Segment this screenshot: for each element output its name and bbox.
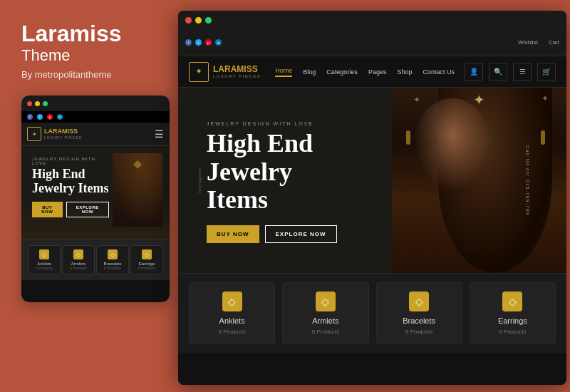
desktop-logo-area: ✦ LARAMISS LUXURY PIECES (189, 62, 261, 82)
cart-link[interactable]: Cart (549, 39, 559, 46)
mobile-cat-icon-armlets: ◇ (73, 249, 83, 259)
desktop-hero-right: ✦ ✦ ✦ Call Us on: 015-789-789 (392, 88, 566, 273)
mobile-buy-button[interactable]: BUY NOW (32, 202, 63, 217)
desktop-social-pinterest[interactable]: p (205, 39, 212, 46)
mobile-dot-red (27, 101, 32, 106)
mobile-social-twitter: t (37, 114, 43, 120)
desktop-nav-right: Wishlist Cart (518, 39, 559, 46)
desktop-cat-earrings[interactable]: ◇ Earrings 6 Products (470, 282, 556, 344)
mobile-logo-area: ✦ LARAMISS LUXURY PIECES (27, 127, 82, 141)
desktop-main-links: Home Blog Categories Pages Shop Contact … (275, 67, 465, 77)
desktop-nav-icons: 👤 🔍 ☰ 🛒 (465, 63, 556, 81)
desktop-preview: f t p in Wishlist Cart ✦ LARAMISS LUXURY… (178, 11, 566, 385)
desktop-cat-count-armlets: 6 Products (312, 329, 339, 335)
desktop-cat-name-earrings: Earrings (498, 316, 527, 325)
desktop-logo-brand: LARAMISS (213, 65, 261, 74)
mobile-logo-sub: LUXURY PIECES (44, 135, 82, 140)
desktop-logo-icon: ✦ (189, 62, 209, 82)
desktop-social-linkedin[interactable]: in (215, 39, 222, 46)
desktop-hero-buttons: BUY NOW EXPLORE NOW (207, 225, 378, 243)
desktop-cat-name-bracelets: Bracelets (403, 316, 435, 325)
desktop-social-facebook[interactable]: f (185, 39, 192, 46)
brand-by: By metropolitantheme (21, 69, 162, 80)
desktop-cat-bracelets[interactable]: ◇ Bracelets 6 Products (376, 282, 462, 344)
mobile-cat-earrings[interactable]: ◇ Earrings 6 Products (130, 245, 163, 274)
desktop-social-twitter[interactable]: t (195, 39, 202, 46)
desktop-cat-count-anklets: 6 Products (219, 329, 246, 335)
desktop-hero-left: JEWELRY DESIGN WITH LOVE High EndJewelry… (178, 88, 392, 273)
desktop-main-nav: ✦ LARAMISS LUXURY PIECES Home Blog Categ… (178, 56, 566, 88)
desktop-cat-armlets[interactable]: ◇ Armlets 6 Products (282, 282, 368, 344)
mobile-content: f t p in ✦ LARAMISS LUXURY PIECES ☰ (21, 111, 170, 302)
desktop-search-icon[interactable]: 🔍 (489, 63, 507, 81)
desktop-cat-icon-armlets: ◇ (316, 292, 336, 311)
desktop-cat-name-armlets: Armlets (312, 316, 338, 325)
desktop-buy-button[interactable]: BUY NOW (207, 225, 259, 243)
desktop-hero-small-text: JEWELRY DESIGN WITH LOVE (207, 121, 378, 126)
mobile-dot-yellow (35, 101, 40, 106)
mobile-cat-icon-earrings: ◇ (142, 249, 152, 259)
desktop-call-label: Call Us on: 015-789-789 (525, 145, 530, 216)
desktop-cat-icon-anklets: ◇ (222, 292, 242, 311)
desktop-top-bar (178, 11, 566, 29)
hero-image: ✦ ✦ ✦ Call Us on: 015-789-789 (392, 88, 566, 273)
desktop-cat-count-bracelets: 6 Products (405, 329, 432, 335)
mobile-hero-title: High EndJewelry Items (32, 167, 109, 196)
mobile-social-bar: f t p in (21, 111, 170, 123)
mobile-category-row: ◇ Anklets 6 Products ◇ Armlets 6 Product… (21, 239, 170, 280)
desktop-dot-green (205, 17, 212, 24)
desktop-cat-count-earrings: 6 Products (499, 329, 526, 335)
nav-blog[interactable]: Blog (303, 68, 316, 76)
mobile-logo-text: LARAMISS (44, 128, 82, 135)
desktop-cat-icon-bracelets: ◇ (409, 292, 429, 311)
brand-title: Laramiss (21, 21, 162, 46)
mobile-logo-text-area: LARAMISS LUXURY PIECES (44, 128, 82, 140)
mobile-cat-count-armlets: 6 Products (65, 266, 92, 270)
mobile-dot-green (43, 101, 48, 106)
nav-shop[interactable]: Shop (397, 68, 412, 76)
desktop-cat-name-anklets: Anklets (219, 316, 245, 325)
desktop-dot-red (185, 17, 192, 24)
desktop-logo-sub: LUXURY PIECES (213, 74, 261, 78)
mobile-top-bar (21, 96, 170, 111)
left-panel: Laramiss Theme By metropolitantheme f t … (0, 0, 177, 392)
mobile-cat-count-earrings: 6 Products (133, 266, 160, 270)
brand-subtitle: Theme (21, 46, 162, 65)
desktop-content: f t p in Wishlist Cart ✦ LARAMISS LUXURY… (178, 29, 566, 385)
nav-categories[interactable]: Categories (326, 68, 358, 76)
mobile-explore-button[interactable]: EXPLORE NOW (66, 202, 109, 217)
mobile-hero: JEWELRY DESIGN WITH LOVE High EndJewelry… (21, 146, 170, 239)
mobile-social-linkedin: in (57, 114, 63, 120)
desktop-cart-icon[interactable]: 🛒 (537, 63, 556, 81)
desktop-dot-yellow (195, 17, 202, 24)
desktop-menu-icon[interactable]: ☰ (513, 63, 532, 81)
desktop-explore-button[interactable]: EXPLORE NOW (265, 225, 337, 243)
mobile-social-pinterest: p (47, 114, 53, 120)
desktop-account-icon[interactable]: 👤 (465, 63, 483, 81)
mobile-cat-count-anklets: 6 Products (31, 266, 58, 270)
desktop-cat-icon-earrings: ◇ (502, 292, 522, 311)
mobile-cat-icon-anklets: ◇ (39, 249, 49, 259)
desktop-logo-text-area: LARAMISS LUXURY PIECES (213, 65, 261, 78)
desktop-social-links: f t p in (185, 39, 222, 46)
desktop-cat-anklets[interactable]: ◇ Anklets 6 Products (189, 282, 275, 344)
mobile-cat-anklets[interactable]: ◇ Anklets 6 Products (28, 245, 61, 274)
desktop-categories: ◇ Anklets 6 Products ◇ Armlets 6 Product… (178, 273, 566, 353)
wishlist-link[interactable]: Wishlist (518, 39, 538, 46)
mobile-cat-icon-bracelets: ◇ (108, 249, 118, 259)
nav-contact[interactable]: Contact Us (423, 68, 455, 76)
nav-home[interactable]: Home (275, 67, 292, 77)
mobile-cat-count-bracelets: 6 Products (99, 266, 126, 270)
mobile-cat-bracelets[interactable]: ◇ Bracelets 6 Products (96, 245, 129, 274)
desktop-hero-title: High EndJewelryItems (207, 130, 378, 215)
mobile-cat-armlets[interactable]: ◇ Armlets 6 Products (62, 245, 95, 274)
mobile-nav: ✦ LARAMISS LUXURY PIECES ☰ (21, 123, 170, 146)
mobile-preview: f t p in ✦ LARAMISS LUXURY PIECES ☰ (21, 96, 170, 302)
mobile-logo-icon: ✦ (27, 127, 41, 141)
mobile-social-facebook: f (27, 114, 33, 120)
nav-pages[interactable]: Pages (368, 68, 387, 76)
mobile-hero-small-text: JEWELRY DESIGN WITH LOVE (32, 157, 109, 165)
desktop-utility-nav: f t p in Wishlist Cart (178, 29, 566, 56)
mobile-hamburger-icon[interactable]: ☰ (155, 128, 164, 140)
desktop-hero: Instagram JEWELRY DESIGN WITH LOVE High … (178, 88, 566, 273)
